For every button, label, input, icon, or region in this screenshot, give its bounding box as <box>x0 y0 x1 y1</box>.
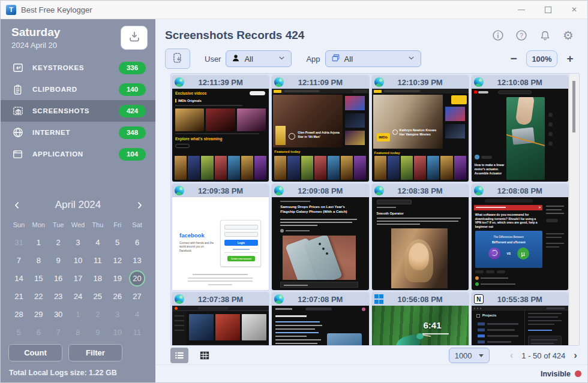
calendar-next-icon[interactable] <box>131 198 147 212</box>
sidebar-item-screenshots[interactable]: SCREENSHOTS 424 <box>1 100 155 122</box>
screenshot-card[interactable]: 12:07:38 PM My daughter's 'scientific pr… <box>172 292 269 346</box>
calendar-day[interactable]: 26 <box>107 287 127 305</box>
selected-date: Saturday 2024 April 20 <box>11 26 60 50</box>
screenshot-card[interactable]: 12:10:08 PM How to make a linear motor's… <box>472 76 568 182</box>
calendar-day[interactable]: 1 <box>29 233 49 251</box>
logs-size-label: Total Local Logs size: 1.22 GB <box>9 369 117 377</box>
sidebar-item-internet[interactable]: INTERNET 348 <box>1 122 155 143</box>
sidebar-item-application[interactable]: APPLICATION 104 <box>1 143 155 165</box>
calendar-day[interactable]: 17 <box>68 269 88 287</box>
calendar-day-selected[interactable]: 20 <box>127 269 147 287</box>
calendar-grid: SunMonTueWedThuFriSat3112345678910111213… <box>9 218 147 341</box>
sidebar-item-label: INTERNET <box>32 129 110 136</box>
calendar-day[interactable]: 10 <box>68 251 88 269</box>
calendar-day[interactable]: 13 <box>127 251 147 269</box>
calendar-day[interactable]: 5 <box>9 323 29 341</box>
screenshot-card[interactable]: 12:11:39 PM Exclusive videos IMDb Origin… <box>172 76 269 182</box>
screenshot-timestamp: 10:55:38 PM <box>472 295 568 304</box>
calendar-day[interactable]: 4 <box>88 233 107 251</box>
app-filter-value: All <box>344 55 353 64</box>
calendar-day[interactable]: 9 <box>49 251 68 269</box>
calendar-day[interactable]: 8 <box>29 251 49 269</box>
export-screenshots-button[interactable] <box>165 49 190 69</box>
count-button[interactable]: Count <box>8 344 62 361</box>
screenshot-card[interactable]: 12:08:08 PM ✕ What software do you recom… <box>472 184 568 290</box>
screenshot-card[interactable]: 12:09:38 PM facebook Connect with friend… <box>172 184 269 290</box>
calendar-day[interactable]: 31 <box>9 233 29 251</box>
scrollbar-thumb[interactable] <box>572 81 575 132</box>
calendar-prev-icon[interactable] <box>9 198 25 212</box>
calendar-day[interactable]: 5 <box>107 233 127 251</box>
next-page-icon[interactable]: › <box>574 349 577 361</box>
calendar-day[interactable]: 24 <box>68 287 88 305</box>
thumbnail-portrait-page: Smooth Operator <box>372 197 469 290</box>
calendar-day[interactable]: 2 <box>49 233 68 251</box>
chevron-down-icon <box>278 54 286 64</box>
calendar-day[interactable]: 8 <box>68 323 88 341</box>
screenshot-card[interactable]: 12:08:38 PM Smooth Operator <box>372 184 469 290</box>
screenshot-card[interactable]: N 10:55:38 PM Projects <box>472 292 568 346</box>
screenshot-timestamp: 12:10:39 PM <box>372 78 469 87</box>
list-view-button[interactable] <box>170 348 188 363</box>
calendar-day[interactable]: 6 <box>29 323 49 341</box>
calendar-day[interactable]: 16 <box>49 269 68 287</box>
screenshot-card[interactable]: 12:10:39 PM IMDb Kathryn Newton Knows He… <box>372 76 469 182</box>
export-logs-button[interactable] <box>121 26 148 50</box>
calendar-day[interactable]: 7 <box>49 323 68 341</box>
screenshot-card[interactable]: 12:11:09 PM Glen Powell and Adria Arjona… <box>272 76 368 182</box>
minimize-button[interactable]: — <box>508 1 535 19</box>
close-button[interactable]: ✕ <box>561 1 587 19</box>
sidebar-item-keystrokes[interactable]: KEYSTROKES 336 <box>1 57 155 79</box>
calendar-day[interactable]: 6 <box>127 233 147 251</box>
help-icon[interactable]: ? <box>514 28 529 43</box>
screenshot-card[interactable]: 12:07:08 PM Microsoft Bing <box>272 292 368 346</box>
calendar-day[interactable]: 21 <box>9 287 29 305</box>
zoom-in-button[interactable]: + <box>562 52 578 65</box>
screenshots-grid-panel: 12:11:39 PM Exclusive videos IMDb Origin… <box>170 73 580 346</box>
screenshot-card[interactable]: 12:09:08 PM Samsung Drops Prices on Last… <box>272 184 368 290</box>
notification-bell-icon[interactable] <box>538 28 552 43</box>
calendar-day[interactable]: 25 <box>88 287 107 305</box>
app-window: T Best Free Keylogger — ✕ Saturday 2024 … <box>0 0 588 383</box>
filter-button[interactable]: Filter <box>68 344 122 361</box>
calendar-day[interactable]: 3 <box>68 233 88 251</box>
calendar-day[interactable]: 14 <box>9 269 29 287</box>
calendar-day[interactable]: 12 <box>107 251 127 269</box>
table-view-button[interactable] <box>196 348 214 363</box>
maximize-button[interactable] <box>535 1 561 19</box>
calendar-day[interactable]: 10 <box>107 323 127 341</box>
date-string: 2024 April 20 <box>11 41 60 50</box>
calendar-day[interactable]: 7 <box>9 251 29 269</box>
calendar-day[interactable]: 9 <box>88 323 107 341</box>
calendar-day[interactable]: 30 <box>49 305 68 323</box>
screenshot-card[interactable]: 10:56:08 PM 6:41 <box>372 292 469 346</box>
calendar-day[interactable]: 23 <box>49 287 68 305</box>
vertical-scrollbar[interactable] <box>569 74 579 345</box>
thumbnail-notion-page: Projects <box>472 306 568 346</box>
calendar-day[interactable]: 3 <box>107 305 127 323</box>
calendar-day[interactable]: 11 <box>127 323 147 341</box>
calendar-day[interactable]: 1 <box>68 305 88 323</box>
previous-page-icon[interactable]: ‹ <box>510 349 514 361</box>
sidebar-item-label: APPLICATION <box>32 150 110 158</box>
sidebar-item-clipboard[interactable]: CLIPBOARD 140 <box>1 79 155 100</box>
info-icon[interactable] <box>491 28 505 43</box>
app-filter-label: App <box>306 55 320 64</box>
calendar-day[interactable]: 29 <box>29 305 49 323</box>
calendar-day[interactable]: 28 <box>9 305 29 323</box>
settings-gear-icon[interactable]: ⚙ <box>561 28 575 43</box>
calendar-day[interactable]: 27 <box>127 287 147 305</box>
page-size-value: 1000 <box>455 351 472 360</box>
app-filter-select[interactable]: All <box>325 50 421 67</box>
calendar-day[interactable]: 2 <box>88 305 107 323</box>
page-size-select[interactable]: 1000 <box>449 348 490 363</box>
calendar-day[interactable]: 15 <box>29 269 49 287</box>
calendar-day[interactable]: 4 <box>127 305 147 323</box>
calendar-day[interactable]: 11 <box>88 251 107 269</box>
user-filter-select[interactable]: All <box>226 50 292 67</box>
zoom-out-button[interactable]: − <box>506 52 521 65</box>
calendar-day[interactable]: 19 <box>107 269 127 287</box>
calendar-day[interactable]: 18 <box>88 269 107 287</box>
calendar-day[interactable]: 22 <box>29 287 49 305</box>
weekday-label: Mon <box>29 218 49 233</box>
